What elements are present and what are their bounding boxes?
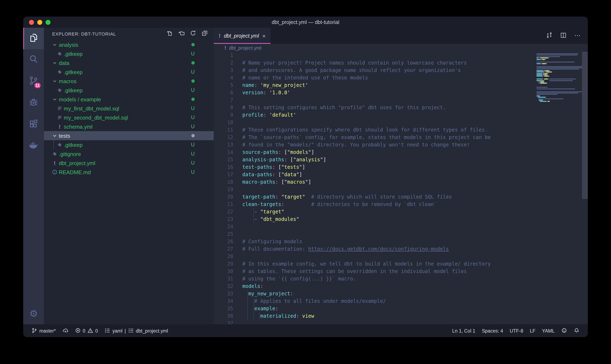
line-number: 29 bbox=[214, 260, 233, 268]
cursor-position[interactable]: Ln 1, Col 1 bbox=[452, 328, 475, 333]
line-number: 11 bbox=[214, 126, 233, 134]
sql-icon bbox=[56, 105, 63, 111]
code-line-33: 33 my_new_project: bbox=[214, 290, 588, 297]
minimap-line bbox=[536, 67, 582, 69]
code-editor[interactable]: 12# Name your project! Project names sho… bbox=[214, 52, 588, 324]
eol-indicator[interactable]: LF bbox=[530, 328, 535, 333]
git-status-badge: U bbox=[191, 151, 195, 157]
refresh-icon[interactable] bbox=[190, 30, 196, 38]
minimap-line bbox=[536, 74, 582, 76]
breadcrumb[interactable]: ! dbt_project.yml bbox=[214, 44, 588, 52]
tab-label: dbt_project.yml bbox=[224, 33, 259, 39]
settings-gear-button[interactable]: ⚙ bbox=[23, 303, 44, 324]
file-row-gitkeep[interactable]: .gitkeepU bbox=[44, 67, 214, 77]
encoding-indicator[interactable]: UTF-8 bbox=[510, 328, 523, 333]
close-icon[interactable]: × bbox=[262, 33, 265, 39]
file-row-readme-md[interactable]: README.mdU bbox=[44, 168, 214, 177]
activity-explorer[interactable] bbox=[23, 28, 44, 49]
more-actions-icon[interactable]: ⋯ bbox=[574, 35, 581, 37]
new-folder-button[interactable] bbox=[178, 30, 185, 38]
code-lines: 12# Name your project! Project names sho… bbox=[214, 52, 588, 324]
folder-row-analysis[interactable]: analysis bbox=[44, 40, 214, 49]
activity-docker[interactable] bbox=[23, 135, 44, 157]
file-row-gitkeep[interactable]: .gitkeepU bbox=[44, 86, 214, 95]
line-number: 24 bbox=[214, 223, 233, 230]
folder-row-models-example[interactable]: models / example bbox=[44, 95, 214, 104]
editor-scrollbar bbox=[582, 52, 588, 324]
extensions-icon bbox=[28, 119, 39, 130]
minimap-line bbox=[536, 88, 582, 90]
minimap-line bbox=[536, 98, 582, 100]
explorer-sidebar: EXPLORER: DBT-TUTORIAL analysis.gitkeepU… bbox=[44, 28, 214, 324]
breadcrumb-file: dbt_project.yml bbox=[229, 45, 261, 50]
branch-indicator[interactable]: master* bbox=[31, 327, 56, 334]
error-count: 0 bbox=[83, 328, 85, 333]
folder-row-tests[interactable]: tests bbox=[44, 131, 214, 140]
code-line-28: 28 bbox=[214, 253, 588, 260]
git-icon bbox=[56, 142, 63, 148]
git-status-badge bbox=[191, 98, 195, 101]
minimap-line bbox=[536, 87, 582, 88]
folder-row-macros[interactable]: macros bbox=[44, 77, 214, 86]
tab-dbt-project-yml[interactable]: ! dbt_project.yml × bbox=[214, 28, 271, 44]
language-mode[interactable]: YAML bbox=[542, 328, 555, 333]
line-number: 12 bbox=[214, 134, 233, 141]
dbt-mode-indicator[interactable]: yaml | dbt_project.yml bbox=[105, 327, 168, 334]
code-line-16: 16test-paths: ["tests"] bbox=[214, 163, 588, 171]
git-status-badge: U bbox=[191, 51, 195, 57]
active-file-label: dbt_project.yml bbox=[136, 328, 168, 333]
sync-button[interactable] bbox=[62, 327, 68, 334]
code-line-10: 10 bbox=[214, 119, 588, 126]
line-number: 6 bbox=[214, 89, 233, 96]
tree-item-label: .gitkeep bbox=[64, 69, 83, 75]
new-file-button[interactable] bbox=[167, 30, 173, 38]
line-number: 16 bbox=[214, 163, 233, 171]
activity-search[interactable] bbox=[23, 49, 44, 71]
minimap-line bbox=[536, 100, 582, 101]
line-number: 33 bbox=[214, 290, 233, 297]
code-line-11: 11# These configurations specify where d… bbox=[214, 126, 588, 134]
explorer-header: EXPLORER: DBT-TUTORIAL bbox=[44, 28, 214, 40]
file-row-schema-yml[interactable]: !schema.ymlU bbox=[44, 122, 214, 131]
code-line-1: 1 bbox=[214, 52, 588, 59]
code-line-7: 7 bbox=[214, 96, 588, 104]
file-row-dbt-project-yml[interactable]: !dbt_project.ymlU bbox=[44, 158, 214, 168]
file-row-my-second-dbt-model-sql[interactable]: my_second_dbt_model.sqlU bbox=[44, 113, 214, 122]
minimap-line bbox=[536, 61, 582, 63]
collapse-folders-button[interactable] bbox=[201, 30, 208, 38]
warning-icon: ! bbox=[224, 45, 226, 50]
activity-extensions[interactable] bbox=[23, 114, 44, 135]
file-row-gitignore[interactable]: .gitignoreU bbox=[44, 149, 214, 158]
git-status-badge: U bbox=[191, 87, 195, 93]
activity-source-control[interactable]: 11 bbox=[23, 71, 44, 92]
code-line-29: 29# In this example config, we tell dbt … bbox=[214, 260, 588, 268]
code-line-30: 30# as tables. These settings can be ove… bbox=[214, 268, 588, 275]
line-number: 3 bbox=[214, 67, 233, 74]
folder-row-data[interactable]: data bbox=[44, 58, 214, 67]
minimap[interactable] bbox=[536, 52, 582, 104]
indentation-indicator[interactable]: Spaces: 4 bbox=[482, 328, 503, 333]
file-row-gitkeep[interactable]: .gitkeepU bbox=[44, 49, 214, 58]
notifications-button[interactable] bbox=[574, 327, 580, 334]
code-line-20: 20target-path: "target" # directory whic… bbox=[214, 193, 588, 201]
minimap-line bbox=[536, 80, 582, 81]
activity-run-debug[interactable] bbox=[23, 92, 44, 114]
warning-modified-icon: ! bbox=[219, 33, 221, 39]
git-status-badge: U bbox=[191, 105, 195, 111]
line-number: 27 bbox=[214, 245, 233, 253]
code-line-12: 12# The `source-paths` config, for examp… bbox=[214, 134, 588, 141]
scrollbar-thumb[interactable] bbox=[582, 52, 588, 199]
docker-whale-icon bbox=[28, 140, 39, 152]
minimap-line bbox=[536, 55, 582, 56]
feedback-smiley-button[interactable] bbox=[561, 327, 567, 334]
code-line-24: 24 bbox=[214, 223, 588, 230]
problems-indicator[interactable]: 0 0 bbox=[75, 327, 98, 334]
file-row-my-first-dbt-model-sql[interactable]: my_first_dbt_model.sqlU bbox=[44, 104, 214, 113]
git-icon bbox=[56, 51, 63, 57]
open-changes-icon[interactable] bbox=[546, 32, 553, 40]
line-number: 23 bbox=[214, 216, 233, 223]
split-editor-icon[interactable] bbox=[560, 32, 567, 40]
file-row-gitkeep[interactable]: .gitkeepU bbox=[44, 140, 214, 149]
line-number: 32 bbox=[214, 283, 233, 290]
git-icon bbox=[56, 87, 63, 93]
